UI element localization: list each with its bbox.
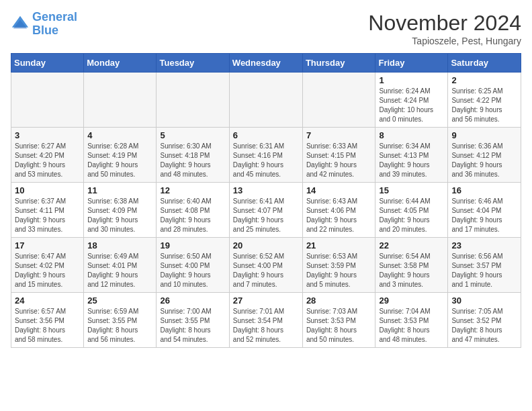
day-number: 22 (379, 240, 444, 250)
day-number: 20 (233, 240, 299, 250)
calendar-cell: 9Sunrise: 6:36 AM Sunset: 4:12 PM Daylig… (448, 128, 521, 183)
week-row-3: 10Sunrise: 6:37 AM Sunset: 4:11 PM Dayli… (11, 183, 521, 238)
day-info: Sunrise: 6:46 AM Sunset: 4:04 PM Dayligh… (451, 197, 517, 234)
day-number: 24 (15, 295, 80, 306)
day-info: Sunrise: 6:54 AM Sunset: 3:58 PM Dayligh… (379, 252, 444, 289)
title-area: November 2024 Tapioszele, Pest, Hungary (368, 11, 521, 46)
day-number: 16 (451, 185, 517, 195)
calendar-cell: 28Sunrise: 7:03 AM Sunset: 3:53 PM Dayli… (302, 293, 375, 348)
day-number: 6 (233, 130, 299, 140)
day-info: Sunrise: 7:00 AM Sunset: 3:55 PM Dayligh… (160, 307, 225, 345)
day-info: Sunrise: 6:59 AM Sunset: 3:55 PM Dayligh… (87, 307, 152, 345)
logo-line1: General (32, 10, 77, 24)
calendar-cell (11, 73, 84, 128)
calendar-cell: 3Sunrise: 6:27 AM Sunset: 4:20 PM Daylig… (11, 128, 84, 183)
week-row-4: 17Sunrise: 6:47 AM Sunset: 4:02 PM Dayli… (11, 238, 521, 293)
weekday-header-row: SundayMondayTuesdayWednesdayThursdayFrid… (11, 54, 521, 73)
day-info: Sunrise: 6:38 AM Sunset: 4:09 PM Dayligh… (87, 197, 152, 234)
calendar-cell: 15Sunrise: 6:44 AM Sunset: 4:05 PM Dayli… (375, 183, 448, 238)
day-number: 27 (233, 295, 299, 306)
day-number: 17 (15, 240, 80, 250)
logo: General Blue (11, 11, 77, 38)
day-number: 7 (306, 130, 372, 140)
day-info: Sunrise: 6:52 AM Sunset: 4:00 PM Dayligh… (233, 252, 299, 289)
calendar-cell: 1Sunrise: 6:24 AM Sunset: 4:24 PM Daylig… (375, 73, 448, 128)
day-info: Sunrise: 6:40 AM Sunset: 4:08 PM Dayligh… (160, 197, 225, 234)
day-info: Sunrise: 6:31 AM Sunset: 4:16 PM Dayligh… (233, 142, 299, 179)
day-number: 30 (451, 295, 517, 306)
day-info: Sunrise: 6:33 AM Sunset: 4:15 PM Dayligh… (306, 142, 372, 179)
calendar-cell: 22Sunrise: 6:54 AM Sunset: 3:58 PM Dayli… (375, 238, 448, 293)
day-number: 13 (233, 185, 299, 195)
day-info: Sunrise: 6:53 AM Sunset: 3:59 PM Dayligh… (306, 252, 372, 289)
header: General Blue November 2024 Tapioszele, P… (11, 11, 521, 46)
day-number: 25 (87, 295, 152, 306)
day-number: 5 (160, 130, 225, 140)
day-info: Sunrise: 6:36 AM Sunset: 4:12 PM Dayligh… (451, 142, 517, 179)
calendar-cell (229, 73, 302, 128)
day-info: Sunrise: 6:30 AM Sunset: 4:18 PM Dayligh… (160, 142, 225, 179)
day-number: 2 (451, 75, 517, 85)
day-number: 23 (451, 240, 517, 250)
day-number: 26 (160, 295, 225, 306)
day-info: Sunrise: 7:04 AM Sunset: 3:53 PM Dayligh… (379, 307, 444, 345)
calendar-cell: 14Sunrise: 6:43 AM Sunset: 4:06 PM Dayli… (302, 183, 375, 238)
day-info: Sunrise: 6:41 AM Sunset: 4:07 PM Dayligh… (233, 197, 299, 234)
day-number: 11 (87, 185, 152, 195)
day-info: Sunrise: 6:25 AM Sunset: 4:22 PM Dayligh… (451, 87, 517, 124)
calendar-cell: 21Sunrise: 6:53 AM Sunset: 3:59 PM Dayli… (302, 238, 375, 293)
day-info: Sunrise: 6:57 AM Sunset: 3:56 PM Dayligh… (15, 307, 80, 345)
weekday-header-saturday: Saturday (448, 54, 521, 73)
month-title: November 2024 (368, 11, 521, 36)
calendar-cell: 18Sunrise: 6:49 AM Sunset: 4:01 PM Dayli… (84, 238, 157, 293)
logo-text: General Blue (32, 11, 77, 38)
weekday-header-wednesday: Wednesday (229, 54, 302, 73)
calendar-cell: 25Sunrise: 6:59 AM Sunset: 3:55 PM Dayli… (84, 293, 157, 348)
calendar-cell (157, 73, 229, 128)
day-info: Sunrise: 6:28 AM Sunset: 4:19 PM Dayligh… (87, 142, 152, 179)
calendar-cell: 10Sunrise: 6:37 AM Sunset: 4:11 PM Dayli… (11, 183, 84, 238)
day-number: 14 (306, 185, 372, 195)
calendar-cell: 13Sunrise: 6:41 AM Sunset: 4:07 PM Dayli… (229, 183, 302, 238)
calendar-cell: 12Sunrise: 6:40 AM Sunset: 4:08 PM Dayli… (157, 183, 229, 238)
day-info: Sunrise: 6:27 AM Sunset: 4:20 PM Dayligh… (15, 142, 80, 179)
day-info: Sunrise: 6:44 AM Sunset: 4:05 PM Dayligh… (379, 197, 444, 234)
calendar-cell: 6Sunrise: 6:31 AM Sunset: 4:16 PM Daylig… (229, 128, 302, 183)
weekday-header-sunday: Sunday (11, 54, 84, 73)
logo-line2: Blue (32, 24, 58, 37)
location-subtitle: Tapioszele, Pest, Hungary (368, 36, 521, 46)
day-info: Sunrise: 7:05 AM Sunset: 3:52 PM Dayligh… (451, 307, 517, 345)
calendar-cell: 16Sunrise: 6:46 AM Sunset: 4:04 PM Dayli… (448, 183, 521, 238)
day-number: 4 (87, 130, 152, 140)
day-info: Sunrise: 6:49 AM Sunset: 4:01 PM Dayligh… (87, 252, 152, 289)
calendar-cell: 23Sunrise: 6:56 AM Sunset: 3:57 PM Dayli… (448, 238, 521, 293)
calendar-cell: 24Sunrise: 6:57 AM Sunset: 3:56 PM Dayli… (11, 293, 84, 348)
calendar-cell (302, 73, 375, 128)
weekday-header-friday: Friday (375, 54, 448, 73)
calendar-cell: 4Sunrise: 6:28 AM Sunset: 4:19 PM Daylig… (84, 128, 157, 183)
calendar-cell: 20Sunrise: 6:52 AM Sunset: 4:00 PM Dayli… (229, 238, 302, 293)
week-row-2: 3Sunrise: 6:27 AM Sunset: 4:20 PM Daylig… (11, 128, 521, 183)
week-row-1: 1Sunrise: 6:24 AM Sunset: 4:24 PM Daylig… (11, 73, 521, 128)
day-number: 1 (379, 75, 444, 85)
calendar-cell: 30Sunrise: 7:05 AM Sunset: 3:52 PM Dayli… (448, 293, 521, 348)
calendar-cell: 2Sunrise: 6:25 AM Sunset: 4:22 PM Daylig… (448, 73, 521, 128)
day-number: 3 (15, 130, 80, 140)
day-info: Sunrise: 6:56 AM Sunset: 3:57 PM Dayligh… (451, 252, 517, 289)
day-info: Sunrise: 7:03 AM Sunset: 3:53 PM Dayligh… (306, 307, 372, 345)
calendar-cell: 17Sunrise: 6:47 AM Sunset: 4:02 PM Dayli… (11, 238, 84, 293)
weekday-header-tuesday: Tuesday (157, 54, 229, 73)
day-info: Sunrise: 6:50 AM Sunset: 4:00 PM Dayligh… (160, 252, 225, 289)
day-info: Sunrise: 7:01 AM Sunset: 3:54 PM Dayligh… (233, 307, 299, 345)
day-number: 21 (306, 240, 372, 250)
calendar-cell: 29Sunrise: 7:04 AM Sunset: 3:53 PM Dayli… (375, 293, 448, 348)
day-info: Sunrise: 6:34 AM Sunset: 4:13 PM Dayligh… (379, 142, 444, 179)
calendar-cell (84, 73, 157, 128)
day-number: 8 (379, 130, 444, 140)
calendar-cell: 8Sunrise: 6:34 AM Sunset: 4:13 PM Daylig… (375, 128, 448, 183)
day-number: 28 (306, 295, 372, 306)
day-info: Sunrise: 6:37 AM Sunset: 4:11 PM Dayligh… (15, 197, 80, 234)
calendar-cell: 7Sunrise: 6:33 AM Sunset: 4:15 PM Daylig… (302, 128, 375, 183)
calendar-cell: 26Sunrise: 7:00 AM Sunset: 3:55 PM Dayli… (157, 293, 229, 348)
day-number: 18 (87, 240, 152, 250)
